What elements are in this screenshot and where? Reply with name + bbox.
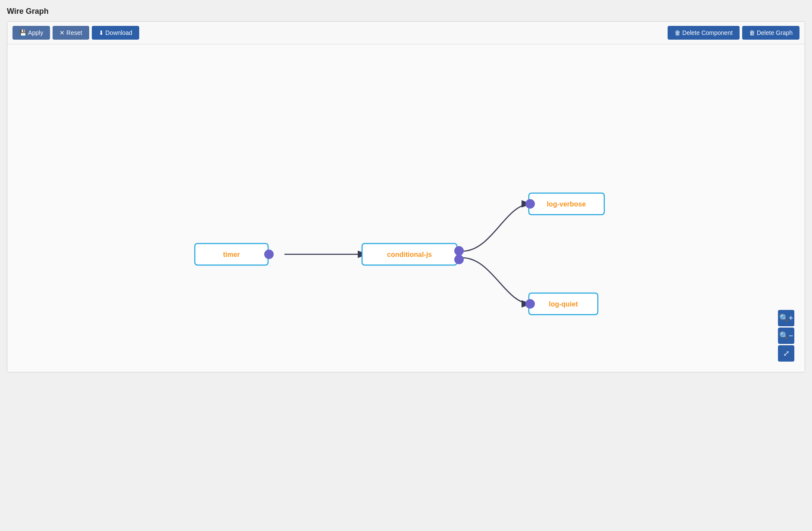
dot-quiet-in: [525, 299, 535, 309]
toolbar-left: 💾 Apply ✕ Reset ⬇ Download: [12, 26, 139, 40]
node-conditional-label: conditional-js: [387, 251, 432, 258]
graph-svg: timer conditional-js log-verbose log-qui…: [7, 44, 805, 372]
fit-button[interactable]: ⤢: [778, 345, 794, 362]
zoom-controls: 🔍+ 🔍− ⤢: [778, 310, 794, 362]
dot-conditional-out2: [454, 255, 464, 264]
apply-button[interactable]: 💾 Apply: [12, 26, 50, 40]
edge-conditional-quiet: [462, 258, 531, 304]
graph-canvas: timer conditional-js log-verbose log-qui…: [7, 44, 805, 372]
edge-conditional-verbose: [462, 204, 531, 251]
reset-button[interactable]: ✕ Reset: [53, 26, 89, 40]
main-container: 💾 Apply ✕ Reset ⬇ Download 🗑 Delete Comp…: [7, 21, 805, 372]
node-log-quiet-label: log-quiet: [549, 300, 578, 308]
toolbar-right: 🗑 Delete Component 🗑 Delete Graph: [668, 26, 800, 40]
node-timer-label: timer: [223, 251, 240, 258]
page-wrapper: Wire Graph 💾 Apply ✕ Reset ⬇ Download 🗑 …: [7, 7, 805, 372]
dot-timer-out: [264, 250, 274, 259]
zoom-out-icon: 🔍−: [779, 331, 793, 340]
zoom-in-icon: 🔍+: [779, 313, 793, 323]
delete-graph-button[interactable]: 🗑 Delete Graph: [742, 26, 800, 40]
delete-component-button[interactable]: 🗑 Delete Component: [668, 26, 740, 40]
toolbar: 💾 Apply ✕ Reset ⬇ Download 🗑 Delete Comp…: [7, 22, 805, 44]
download-button[interactable]: ⬇ Download: [92, 26, 139, 40]
dot-conditional-out1: [454, 246, 464, 256]
fit-icon: ⤢: [783, 349, 790, 358]
page-title: Wire Graph: [7, 7, 805, 16]
zoom-out-button[interactable]: 🔍−: [778, 328, 794, 344]
node-log-verbose-label: log-verbose: [547, 200, 586, 208]
dot-verbose-in: [525, 199, 535, 209]
zoom-in-button[interactable]: 🔍+: [778, 310, 794, 326]
